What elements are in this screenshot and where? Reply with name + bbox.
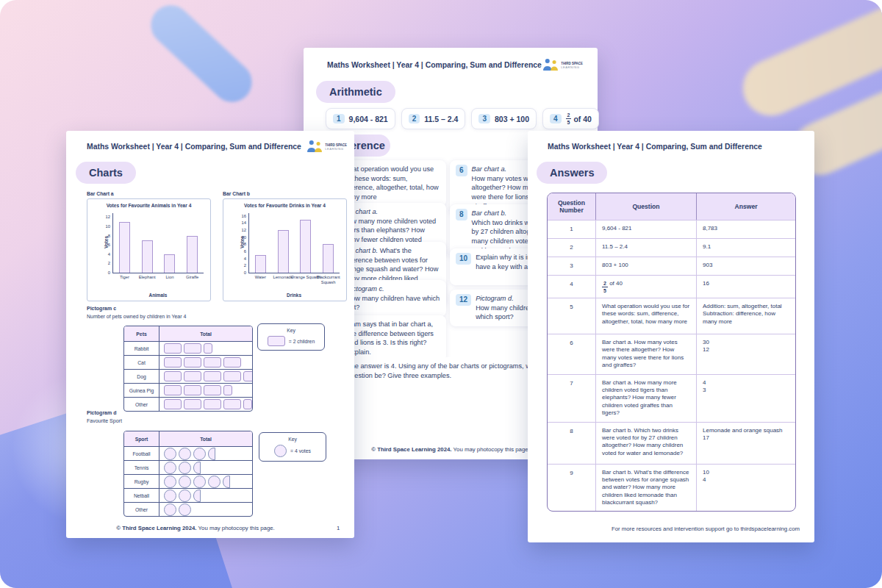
answer-row-question: Bar chart a. How many more children vote…: [596, 375, 697, 422]
pictogram-symbol: [179, 490, 191, 502]
pictogram-symbol: [179, 503, 191, 516]
pictogram-symbol: [164, 343, 182, 354]
bar-elephant: [142, 240, 153, 273]
chart-title: Votes for Favourite Drinks in Year 4: [223, 203, 346, 208]
y-tick-label: 8: [244, 242, 246, 246]
pictogram-row: Netball: [124, 488, 252, 502]
table-row: 6Bar chart a. How many votes were there …: [548, 334, 795, 374]
question-text: Pictogram c.How many children have which…: [347, 284, 440, 312]
pictogram-row-label: Other: [124, 503, 159, 516]
pictogram-row-label: Other: [124, 398, 159, 411]
section-heading-arithmetic: Arithmetic: [316, 81, 395, 103]
third-space-learning-logo: THIRD SPACE LEARNING: [306, 139, 352, 155]
pictogram-symbol: [204, 399, 221, 409]
bar-slot: Tiger: [113, 222, 136, 273]
fraction-numerator: 2: [566, 112, 572, 119]
bar-giraffe: [187, 236, 198, 273]
question-number: 8: [456, 209, 467, 220]
y-tick-label: 2: [244, 263, 246, 268]
table-row: 9Bar chart b. What's the difference betw…: [548, 464, 795, 512]
answer-row-number: 1: [548, 220, 596, 238]
key-title: Key: [262, 437, 323, 442]
answer-row-answer: Addition: sum, altogether, total Subtrac…: [697, 298, 795, 334]
pictogram-symbol: [184, 385, 201, 395]
pictogram-symbols: [159, 356, 252, 369]
pictogram-header-row: SportTotal: [124, 431, 252, 446]
pictogram-symbol: [184, 357, 201, 368]
pictogram-symbol: [179, 476, 191, 488]
pictogram-symbol: [208, 476, 220, 488]
pictogram-symbol: [164, 476, 176, 488]
pictogram-symbols: [159, 398, 252, 411]
section-heading-charts: Charts: [76, 162, 136, 184]
problem-text: 11.5 – 2.4: [424, 115, 458, 123]
answer-row-number: 4: [548, 276, 596, 298]
answer-row-question: 11.5 – 2.4: [596, 239, 697, 257]
x-tick-label: Giraffe: [176, 275, 209, 280]
problem-number: 1: [333, 114, 345, 123]
pictogram-symbol: [164, 399, 182, 409]
bar-orange-squash: [300, 220, 311, 273]
answer-row-question: What operation would you use for these w…: [596, 298, 697, 334]
bar-slot: Lemonade: [272, 230, 295, 273]
answer-row-question: Bar chart b. What's the difference betwe…: [596, 465, 697, 512]
answer-row-answer: 903: [697, 257, 795, 275]
answers-table-body: 19,604 - 8218,783211.5 – 2.49.13803 + 10…: [548, 220, 795, 511]
answer-row-answer: 30 12: [697, 334, 795, 374]
pictogram-symbol: [164, 385, 182, 395]
header-answer: Answer: [697, 193, 795, 220]
worksheet-page-answers: Maths Worksheet | Year 4 | Comparing, Su…: [528, 131, 814, 542]
y-tick-label: 8: [108, 234, 110, 238]
y-tick-label: 12: [106, 215, 110, 219]
pictogram-c-subtitle: Number of pets owned by children in Year…: [87, 314, 186, 319]
page-title: Maths Worksheet | Year 4 | Comparing, Su…: [87, 143, 301, 151]
pictogram-symbol: [164, 371, 182, 381]
answer-row-answer: Lemonade and orange squash 17: [697, 423, 795, 464]
fraction-numerator: 2: [602, 281, 608, 287]
pictogram-half-symbol: [223, 476, 230, 488]
answer-row-number: 2: [548, 239, 596, 257]
worksheet-page-charts: Maths Worksheet | Year 4 | Comparing, Su…: [66, 131, 354, 538]
pictogram-symbols: [159, 342, 252, 355]
hero-image-canvas: Maths Worksheet | Year 4 | Comparing, Su…: [0, 0, 882, 588]
section-heading-answers: Answers: [537, 162, 607, 184]
pictogram-symbols: [159, 370, 253, 383]
pictogram-row: Tennis: [124, 460, 252, 474]
arithmetic-problem: 425of 40: [542, 108, 599, 129]
pictogram-symbols: [159, 461, 252, 474]
x-tick-label: Blackcurrant Squash: [312, 275, 345, 285]
question-lead: Bar chart b.: [472, 209, 507, 217]
pictogram-symbol: [184, 343, 201, 354]
pictogram-symbol: [164, 357, 182, 368]
bar-slot: Lion: [159, 254, 182, 273]
key-value: = 4 votes: [290, 448, 311, 453]
problem-text: 803 + 100: [495, 115, 529, 123]
y-tick-label: 10: [106, 224, 110, 229]
y-tick-label: 10: [242, 235, 246, 240]
svg-text:LEARNING: LEARNING: [561, 65, 579, 69]
chart-bars: WaterLemonadeOrange SquashBlackcurrant S…: [249, 213, 340, 273]
arithmetic-problem: 19,604 - 821: [326, 108, 395, 129]
question-lead: Pictogram d.: [476, 295, 514, 302]
bar-tiger: [119, 222, 130, 273]
problem-number: 3: [478, 114, 490, 123]
pictogram-col-header: Total: [159, 326, 252, 341]
bar-lion: [164, 254, 175, 273]
pictogram-symbol: [164, 503, 176, 516]
answer-row-number: 7: [548, 375, 596, 422]
svg-text:LEARNING: LEARNING: [325, 147, 343, 151]
answer-row-answer: 4 3: [697, 375, 795, 422]
pictogram-symbol: [243, 371, 253, 381]
bar-chart-a: Votes for Favourite Animals in Year 4Vot…: [87, 198, 211, 301]
pictogram-row-label: Cat: [124, 356, 159, 369]
answer-row-question: 25 of 40: [596, 276, 697, 298]
footer-note: You may photocopy this page.: [197, 525, 275, 531]
bar-lemonade: [278, 230, 289, 273]
table-row: 425 of 4016: [548, 275, 795, 298]
pictogram-symbol: [193, 476, 206, 488]
pictogram-half-symbol: [208, 448, 215, 460]
bar-slot: Water: [249, 255, 272, 273]
pictogram-symbol: [204, 385, 221, 395]
pictogram-col-header: Total: [159, 431, 252, 446]
pictogram-symbol: [204, 371, 221, 381]
